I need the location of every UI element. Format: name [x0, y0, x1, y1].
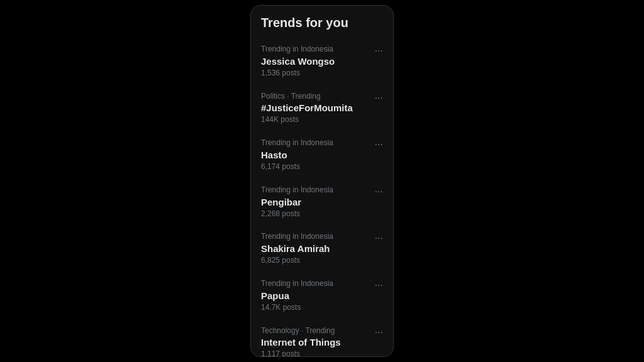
trend-content: Trending in Indonesia Pengibar 2,268 pos… [261, 185, 370, 219]
more-options-icon[interactable]: ··· [370, 233, 383, 244]
trend-category: Technology · Trending [261, 326, 370, 336]
trend-content: Trending in Indonesia Shakira Amirah 6,8… [261, 231, 370, 266]
trend-content: Politics · Trending #JusticeForMoumita 1… [261, 91, 370, 126]
trend-category: Trending in Indonesia [261, 278, 370, 289]
trend-posts: 14.7K posts [261, 302, 370, 313]
trend-posts: 144K posts [261, 114, 370, 125]
trend-name: Papua [261, 289, 370, 302]
trend-item[interactable]: Trending in Indonesia Jessica Wongso 1,5… [251, 38, 393, 85]
trends-title: Trends for you [251, 13, 393, 38]
trend-category: Trending in Indonesia [261, 185, 370, 195]
trend-name: Jessica Wongso [261, 55, 370, 68]
trend-item[interactable]: Trending in Indonesia Papua 14.7K posts … [251, 272, 393, 319]
trend-content: Trending in Indonesia Papua 14.7K posts [261, 278, 370, 313]
trend-content: Trending in Indonesia Jessica Wongso 1,5… [261, 44, 370, 79]
trend-name: Hasto [261, 148, 370, 162]
more-options-icon[interactable]: ··· [370, 186, 383, 197]
more-options-icon[interactable]: ··· [370, 92, 383, 104]
trend-posts: 6,825 posts [261, 255, 370, 266]
trend-name: Internet of Things [261, 336, 370, 349]
trend-item[interactable]: Politics · Trending #JusticeForMoumita 1… [251, 85, 393, 132]
trend-name: Pengibar [261, 195, 370, 209]
trend-category: Politics · Trending [261, 91, 370, 102]
trend-category: Trending in Indonesia [261, 231, 370, 242]
more-options-icon[interactable]: ··· [370, 280, 383, 291]
trends-panel: Trends for you Trending in Indonesia Jes… [250, 5, 394, 357]
trend-posts: 1,117 posts [261, 349, 370, 357]
trend-posts: 2,268 posts [261, 209, 370, 219]
trend-content: Technology · Trending Internet of Things… [261, 326, 370, 357]
more-options-icon[interactable]: ··· [370, 139, 383, 150]
trend-category: Trending in Indonesia [261, 138, 370, 148]
more-options-icon[interactable]: ··· [370, 327, 383, 338]
trends-list: Trending in Indonesia Jessica Wongso 1,5… [251, 38, 393, 357]
trend-content: Trending in Indonesia Hasto 6,174 posts [261, 138, 370, 172]
trend-item[interactable]: Trending in Indonesia Hasto 6,174 posts … [251, 131, 393, 178]
trend-item[interactable]: Technology · Trending Internet of Things… [251, 319, 393, 357]
trend-category: Trending in Indonesia [261, 44, 370, 55]
trend-posts: 6,174 posts [261, 162, 370, 172]
trend-posts: 1,536 posts [261, 68, 370, 79]
trend-item[interactable]: Trending in Indonesia Pengibar 2,268 pos… [251, 178, 393, 226]
trend-item[interactable]: Trending in Indonesia Shakira Amirah 6,8… [251, 225, 393, 272]
trend-name: #JusticeForMoumita [261, 101, 370, 114]
more-options-icon[interactable]: ··· [370, 45, 383, 57]
trend-name: Shakira Amirah [261, 242, 370, 255]
